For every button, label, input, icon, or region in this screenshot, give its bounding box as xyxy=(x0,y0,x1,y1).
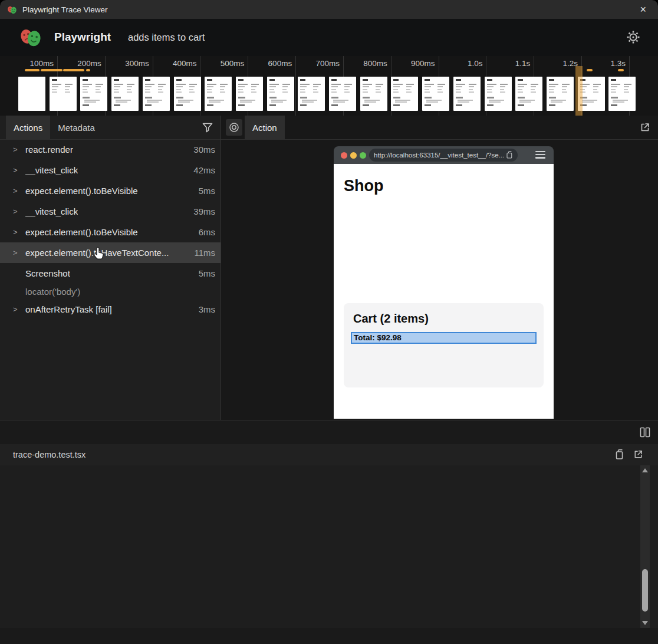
chevron-right-icon[interactable]: > xyxy=(13,186,25,195)
filmstrip-thumbnail[interactable] xyxy=(205,77,232,111)
browser-preview: http://localhost:63315/__vitest_test__/?… xyxy=(334,146,554,419)
vertical-scroll-thumb[interactable] xyxy=(642,569,648,612)
action-title: __vitest_click xyxy=(25,165,78,175)
action-row[interactable]: >__vitest_click39ms xyxy=(0,201,221,222)
action-row[interactable]: Screenshot5ms xyxy=(0,263,221,284)
bullseye-icon xyxy=(229,122,239,133)
cart-total-highlighted: Total: $92.98 xyxy=(351,332,537,344)
playwright-logo-icon xyxy=(19,27,42,47)
snapshot-view: http://localhost:63315/__vitest_test__/?… xyxy=(221,139,658,420)
actions-panel: ActionsMetadata >react.render30ms>__vite… xyxy=(0,116,221,420)
scroll-up-arrow[interactable] xyxy=(642,468,648,472)
chevron-right-icon[interactable]: > xyxy=(13,166,25,175)
chevron-right-icon[interactable]: > xyxy=(13,305,25,314)
source-filebar: trace-demo.test.tsx xyxy=(0,444,658,465)
timeline-tick-label: 1.2s xyxy=(528,59,578,68)
shop-heading: Shop xyxy=(344,177,384,195)
action-title: onAfterRetryTask [fail] xyxy=(25,304,112,314)
timeline-selection-marker[interactable] xyxy=(575,66,583,116)
actions-list: >react.render30ms>__vitest_click42ms>exp… xyxy=(0,139,221,320)
timeline-tick-label: 400ms xyxy=(147,59,196,68)
action-title: Screenshot xyxy=(25,268,70,278)
action-row[interactable]: >expect.element().toBeVisible5ms xyxy=(0,180,221,201)
close-icon[interactable]: × xyxy=(640,2,646,17)
pick-locator-button[interactable] xyxy=(226,119,242,136)
filmstrip-thumbnail[interactable] xyxy=(391,77,418,111)
filmstrip-thumbnail[interactable] xyxy=(547,77,574,111)
chevron-right-icon[interactable]: > xyxy=(13,145,25,154)
filter-icon[interactable] xyxy=(202,121,213,133)
mouse-cursor-hand xyxy=(93,247,106,261)
action-row[interactable]: >__vitest_click42ms xyxy=(0,160,221,180)
snapshot-panel: Action http://localhost:63315/__vitest_t… xyxy=(221,116,658,420)
action-title: __vitest_click xyxy=(25,206,78,216)
filmstrip-thumbnail[interactable] xyxy=(18,77,45,111)
actions-tabbar: ActionsMetadata xyxy=(0,116,221,140)
app-title: Playwright xyxy=(54,31,111,44)
action-row[interactable]: >expect.element().toHaveTextConte...11ms xyxy=(0,242,221,263)
filmstrip-thumbnail[interactable] xyxy=(111,77,139,111)
timeline-tick-label: 1.1s xyxy=(481,59,530,68)
cart-section: Cart (2 items) Total: $92.98 xyxy=(344,303,544,387)
filmstrip-thumbnail[interactable] xyxy=(329,77,356,111)
split-view-icon[interactable] xyxy=(639,426,651,438)
trace-viewer-window: Playwright Trace Viewer × Playwright add… xyxy=(0,0,658,644)
source-file-name: trace-demo.test.tsx xyxy=(13,450,85,459)
filmstrip-thumbnail[interactable] xyxy=(360,77,387,111)
source-code-view[interactable] xyxy=(0,465,658,628)
filmstrip-thumbnail[interactable] xyxy=(422,77,449,111)
action-duration: 5ms xyxy=(199,268,215,278)
scroll-down-arrow[interactable] xyxy=(642,621,648,625)
vertical-scrollbar[interactable] xyxy=(640,465,650,628)
chevron-right-icon[interactable]: > xyxy=(13,228,25,236)
bottom-panel: trace-demo.test.tsx xyxy=(0,420,658,644)
timeline-action-bar xyxy=(86,69,90,71)
tab-action[interactable]: Action xyxy=(245,116,285,139)
filmstrip-thumbnail[interactable] xyxy=(50,77,77,111)
copy-source-icon[interactable] xyxy=(614,449,624,460)
browser-chrome: http://localhost:63315/__vitest_test__/?… xyxy=(334,146,554,164)
open-snapshot-external-icon[interactable] xyxy=(639,121,651,133)
timeline-tick-label: 1.3s xyxy=(576,59,626,68)
action-title: expect.element().toBeVisible xyxy=(25,227,138,237)
tab-actions[interactable]: Actions xyxy=(6,116,50,139)
copy-url-icon[interactable] xyxy=(505,151,513,159)
traffic-light-green xyxy=(360,152,366,159)
action-locator-subtitle: locator('body') xyxy=(0,284,221,299)
action-row[interactable]: >react.render30ms xyxy=(0,139,221,160)
timeline-tick-label: 600ms xyxy=(242,59,292,68)
filmstrip-thumbnail[interactable] xyxy=(298,77,325,111)
settings-gear-icon[interactable] xyxy=(626,30,640,44)
page-content: Shop Cart (2 items) Total: $92.98 xyxy=(334,164,554,419)
action-title: expect.element().toBeVisible xyxy=(25,186,138,196)
action-duration: 39ms xyxy=(193,206,215,216)
timeline-action-bar xyxy=(25,69,40,71)
url-text: http://localhost:63315/__vitest_test__/?… xyxy=(374,152,505,159)
filmstrip-thumbnail[interactable] xyxy=(267,77,294,111)
filmstrip-thumbnail[interactable] xyxy=(143,77,170,111)
timeline-tick-label: 500ms xyxy=(195,59,244,68)
filmstrip-thumbnail[interactable] xyxy=(236,77,263,111)
action-title: react.render xyxy=(25,144,73,155)
chevron-right-icon[interactable]: > xyxy=(13,248,25,257)
filmstrip-thumbnail[interactable] xyxy=(485,77,512,111)
address-bar[interactable]: http://localhost:63315/__vitest_test__/?… xyxy=(369,149,518,162)
timeline[interactable]: 100ms200ms300ms400ms500ms600ms700ms800ms… xyxy=(0,56,658,116)
action-row[interactable]: >expect.element().toBeVisible6ms xyxy=(0,222,221,242)
open-source-external-icon[interactable] xyxy=(633,449,644,460)
action-row[interactable]: >onAfterRetryTask [fail]3ms xyxy=(0,299,221,320)
action-duration: 42ms xyxy=(193,165,215,175)
tab-metadata[interactable]: Metadata xyxy=(50,116,103,139)
browser-menu-icon[interactable] xyxy=(535,151,545,159)
snapshot-tabbar: Action xyxy=(221,116,658,140)
filmstrip-thumbnail[interactable] xyxy=(80,77,107,111)
chevron-right-icon[interactable]: > xyxy=(13,207,25,216)
action-duration: 30ms xyxy=(193,144,215,155)
timeline-tick-label: 100ms xyxy=(4,59,54,68)
timeline-tick-label: 200ms xyxy=(52,59,101,68)
filmstrip-thumbnail[interactable] xyxy=(515,77,542,111)
filmstrip-thumbnail[interactable] xyxy=(174,77,201,111)
filmstrip-thumbnail[interactable] xyxy=(608,77,636,111)
action-duration: 11ms xyxy=(194,248,215,258)
filmstrip-thumbnail[interactable] xyxy=(453,77,481,111)
